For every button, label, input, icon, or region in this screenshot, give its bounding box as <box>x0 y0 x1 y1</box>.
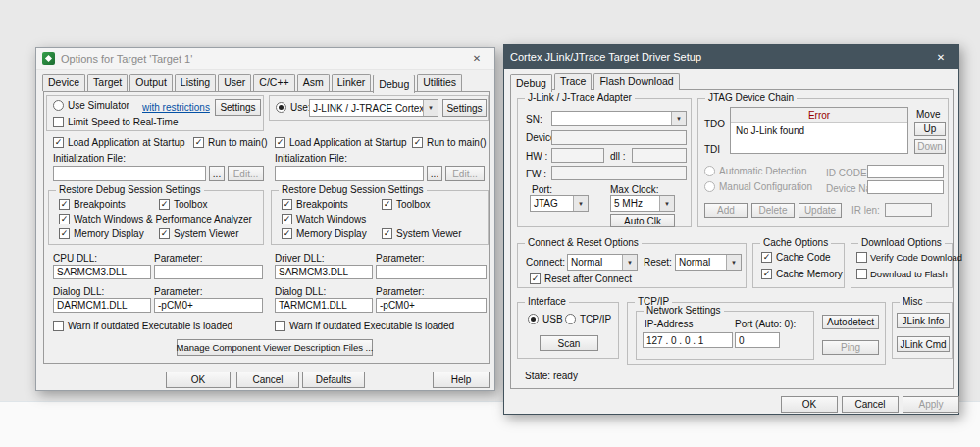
driver-settings-button[interactable]: Settings <box>442 99 487 117</box>
tab-c-cpp[interactable]: C/C++ <box>253 74 294 91</box>
ip-address-field[interactable]: 127 . 0 . 0 . 1 <box>643 332 733 348</box>
combo-value: Normal <box>676 255 726 270</box>
cancel-button[interactable]: Cancel <box>236 372 299 388</box>
tab-output[interactable]: Output <box>129 74 173 91</box>
jl-cancel-button[interactable]: Cancel <box>842 396 899 413</box>
jlink-cmd-button[interactable]: JLink Cmd <box>897 336 950 352</box>
driver-parameter-input[interactable] <box>376 265 487 279</box>
port-combo[interactable]: JTAG ▼ <box>530 195 589 212</box>
chevron-down-icon[interactable]: ▼ <box>622 255 637 270</box>
id-code-label: ID CODE: <box>826 168 869 178</box>
port-field[interactable]: 0 <box>735 332 780 348</box>
tab-linker[interactable]: Linker <box>332 74 372 91</box>
drv-warn-outdated-checkbox[interactable]: Warn if outdated Executable is loaded <box>275 321 454 331</box>
tab-jl-flash-download[interactable]: Flash Download <box>593 73 679 90</box>
autodetect-button[interactable]: Autodetect <box>822 315 879 329</box>
drv-init-file-input[interactable] <box>275 166 424 181</box>
drv-toolbox-checkbox[interactable]: ✓ Toolbox <box>382 199 430 210</box>
auto-clk-button[interactable]: Auto Clk <box>610 214 675 227</box>
with-restrictions-link[interactable]: with restrictions <box>142 102 210 113</box>
sim-sysviewer-checkbox[interactable]: ✓ System Viewer <box>159 228 239 239</box>
reset-combo[interactable]: Normal ▼ <box>675 254 742 271</box>
drv-warn-outdated-label: Warn if outdated Executable is loaded <box>289 321 454 331</box>
max-clock-combo[interactable]: 5 MHz ▼ <box>610 195 675 212</box>
jlink-titlebar[interactable]: Cortex JLink/JTrace Target Driver Setup … <box>504 45 958 69</box>
sim-dialog-parameter-input[interactable]: -pCM0+ <box>154 298 263 313</box>
drv-watch-checkbox[interactable]: ✓ Watch Windows <box>282 214 366 224</box>
limit-speed-checkbox[interactable]: Limit Speed to Real-Time <box>53 117 178 127</box>
drv-dialog-dll-input[interactable]: TARMCM1.DLL <box>275 298 373 313</box>
radio-icon <box>704 181 715 192</box>
connect-combo[interactable]: Normal ▼ <box>567 254 638 271</box>
jlink-tab-strip: Debug Trace Flash Download <box>504 69 958 91</box>
combo-value <box>552 112 671 125</box>
ok-button[interactable]: OK <box>166 372 231 388</box>
download-to-flash-checkbox[interactable]: Download to Flash <box>856 269 948 279</box>
tab-target[interactable]: Target <box>87 74 128 91</box>
tcpip-radio[interactable]: TCP/IP <box>565 314 611 324</box>
manage-component-viewer-button[interactable]: Manage Component Viewer Description File… <box>177 339 373 356</box>
sim-init-file-input[interactable] <box>53 166 206 181</box>
sim-breakpoints-checkbox[interactable]: ✓ Breakpoints <box>59 199 126 210</box>
cpu-dll-input[interactable]: SARMCM3.DLL <box>53 265 151 279</box>
drv-watch-label: Watch Windows <box>296 214 366 224</box>
jlink-close-icon[interactable]: ✕ <box>929 52 953 63</box>
tab-debug[interactable]: Debug <box>373 74 415 93</box>
state-label: State: ready <box>525 371 578 381</box>
dll-field <box>632 148 687 163</box>
drv-run-to-main-checkbox[interactable]: ✓ Run to main() <box>412 137 487 148</box>
chevron-down-icon[interactable]: ▼ <box>726 255 741 270</box>
help-button[interactable]: Help <box>433 372 490 388</box>
tab-jl-debug[interactable]: Debug <box>510 74 552 92</box>
chevron-down-icon[interactable]: ▼ <box>423 100 438 116</box>
chevron-down-icon[interactable]: ▼ <box>573 196 588 211</box>
combo-value: Normal <box>568 255 622 270</box>
drv-memory-checkbox[interactable]: ✓ Memory Display <box>282 228 367 239</box>
debug-driver-combo[interactable]: J-LINK / J-TRACE Cortex ▼ <box>309 99 438 117</box>
tab-user[interactable]: User <box>218 74 251 91</box>
drv-sysviewer-checkbox[interactable]: ✓ System Viewer <box>382 228 462 239</box>
drv-dialog-parameter-input[interactable]: -pCM0+ <box>376 298 487 313</box>
options-titlebar[interactable]: Options for Target 'Target 1' ✕ <box>36 48 494 70</box>
usb-radio[interactable]: USB <box>528 314 563 324</box>
jl-ok-button[interactable]: OK <box>781 396 838 413</box>
defaults-button[interactable]: Defaults <box>302 372 365 388</box>
tab-listing[interactable]: Listing <box>175 74 216 91</box>
use-simulator-radio[interactable]: Use Simulator <box>53 100 129 111</box>
combo-value: 5 MHz <box>611 196 659 211</box>
drv-breakpoints-checkbox[interactable]: ✓ Breakpoints <box>282 199 348 210</box>
tab-device[interactable]: Device <box>42 74 85 91</box>
chevron-down-icon[interactable]: ▼ <box>659 196 674 211</box>
chevron-down-icon[interactable]: ▼ <box>671 112 686 125</box>
sim-watch-checkbox[interactable]: ✓ Watch Windows & Performance Analyzer <box>59 214 252 224</box>
cache-code-checkbox[interactable]: ✓ Cache Code <box>761 252 831 263</box>
sim-dialog-dll-input[interactable]: DARMCM1.DLL <box>53 298 151 313</box>
sim-load-app-checkbox[interactable]: ✓ Load Application at Startup <box>53 137 185 148</box>
tab-jl-trace[interactable]: Trace <box>554 73 592 90</box>
verify-code-download-checkbox[interactable]: Verify Code Download <box>856 252 962 263</box>
sn-combo[interactable]: ▼ <box>551 111 687 126</box>
move-up-button[interactable]: Up <box>914 122 946 136</box>
tab-asm[interactable]: Asm <box>297 74 330 91</box>
sim-browse-button[interactable]: ... <box>209 166 225 181</box>
cache-memory-checkbox[interactable]: ✓ Cache Memory <box>761 269 843 279</box>
cpu-parameter-input[interactable] <box>154 265 263 279</box>
scan-button[interactable]: Scan <box>540 335 598 351</box>
drv-browse-button[interactable]: ... <box>427 166 442 181</box>
sim-toolbox-checkbox[interactable]: ✓ Toolbox <box>159 199 207 210</box>
error-row[interactable]: No J-Link found <box>731 123 907 139</box>
checkbox-box <box>53 321 64 331</box>
jlink-info-button[interactable]: JLink Info <box>897 313 950 328</box>
driver-dll-input[interactable]: SARMCM3.DLL <box>275 265 373 279</box>
use-driver-radio[interactable]: Use: <box>276 102 311 113</box>
sim-memory-checkbox[interactable]: ✓ Memory Display <box>59 228 144 239</box>
sim-warn-outdated-checkbox[interactable]: Warn if outdated Executable is loaded <box>53 321 232 331</box>
combo-value: J-LINK / J-TRACE Cortex <box>310 100 423 116</box>
simulator-settings-button[interactable]: Settings <box>215 99 261 116</box>
drv-load-app-checkbox[interactable]: ✓ Load Application at Startup <box>275 137 407 148</box>
options-close-icon[interactable]: ✕ <box>465 53 489 64</box>
move-down-button: Down <box>914 139 946 154</box>
tab-utilities[interactable]: Utilities <box>417 74 462 91</box>
reset-after-connect-checkbox[interactable]: ✓ Reset after Connect <box>530 273 632 284</box>
sim-run-to-main-checkbox[interactable]: ✓ Run to main() <box>193 137 268 148</box>
